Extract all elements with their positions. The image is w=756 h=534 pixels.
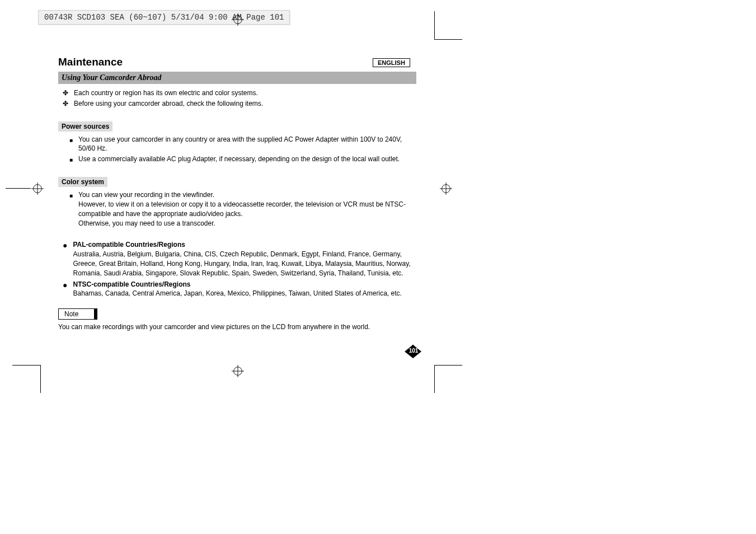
list-item: ✤ Before using your camcorder abroad, ch…: [63, 99, 416, 109]
list-item: ● PAL-compatible Countries/Regions Austr…: [63, 240, 416, 278]
crop-mark: [434, 365, 462, 366]
power-list: ■ You can use your camcorder in any coun…: [58, 135, 416, 165]
list-item: ■ You can view your recording in the vie…: [69, 190, 416, 228]
crop-mark: [434, 39, 462, 40]
note-label: Note: [58, 308, 97, 320]
registration-mark-icon: [232, 365, 244, 377]
list-item-text: Before using your camcorder abroad, chec…: [74, 99, 263, 109]
page-title: Maintenance: [58, 56, 416, 68]
dot-icon: ●: [63, 241, 67, 278]
region-title: NTSC-compatible Countries/Regions: [73, 280, 416, 289]
square-icon: ■: [69, 192, 73, 228]
subsection-label: Color system: [58, 177, 107, 187]
list-item: ■ Use a commercially available AC plug A…: [69, 154, 416, 164]
list-item: ● NTSC-compatible Countries/Regions Baha…: [63, 280, 416, 299]
region-body: Australia, Austria, Belgium, Bulgaria, C…: [73, 250, 416, 278]
region-body: Bahamas, Canada, Central America, Japan,…: [73, 289, 416, 298]
crop-mark: [434, 11, 435, 39]
page-number: 101: [408, 348, 419, 354]
print-slug: 00743R SCD103 SEA (60~107) 5/31/04 9:00 …: [38, 10, 290, 25]
regions-list: ● PAL-compatible Countries/Regions Austr…: [58, 240, 416, 298]
region-title: PAL-compatible Countries/Regions: [73, 240, 416, 250]
subsection-label: Power sources: [58, 121, 112, 132]
dot-icon: ●: [63, 281, 67, 299]
list-item-text: You can use your camcorder in any countr…: [78, 135, 416, 154]
crop-mark: [40, 365, 41, 393]
list-item: ■ You can use your camcorder in any coun…: [69, 135, 416, 154]
registration-mark-icon: [440, 182, 452, 195]
square-icon: ■: [69, 156, 73, 164]
square-icon: ■: [69, 137, 73, 154]
list-item-text: You can view your recording in the viewf…: [78, 190, 416, 228]
color-list: ■ You can view your recording in the vie…: [58, 190, 416, 228]
page-content: Maintenance Using Your Camcorder Abroad …: [58, 56, 416, 331]
svg-marker-13: [412, 345, 414, 346]
crop-mark: [6, 188, 31, 189]
note-text: You can make recordings with your camcor…: [58, 323, 416, 331]
section-heading: Using Your Camcorder Abroad: [58, 72, 416, 84]
bullet-icon: ✤: [63, 99, 68, 109]
list-item: ✤ Each country or region has its own ele…: [63, 88, 416, 98]
crop-mark: [434, 365, 435, 393]
intro-list: ✤ Each country or region has its own ele…: [58, 88, 416, 109]
list-item-text: Each country or region has its own elect…: [74, 88, 258, 98]
crop-mark: [12, 365, 40, 366]
bullet-icon: ✤: [63, 88, 68, 98]
list-item-text: Use a commercially available AC plug Ada…: [78, 154, 400, 164]
registration-mark-icon: [31, 182, 44, 195]
registration-mark-icon: [232, 13, 244, 26]
